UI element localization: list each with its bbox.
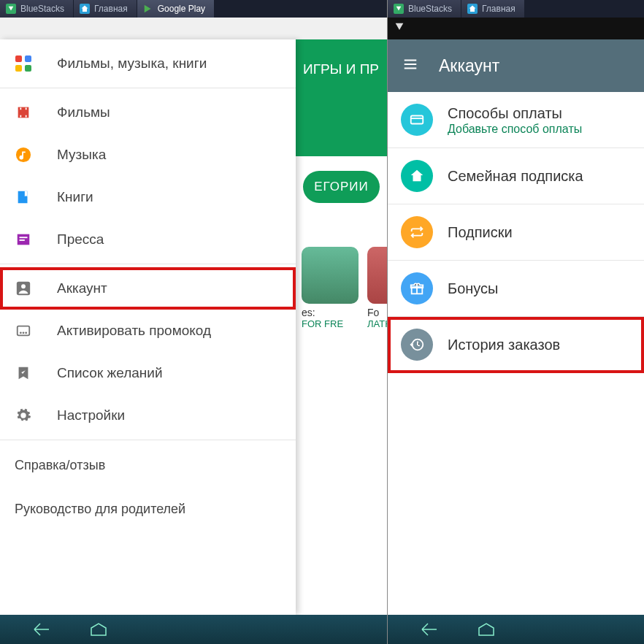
drawer-label: Активировать промокод (57, 323, 211, 339)
news-icon (15, 231, 32, 248)
screen-left: BlueStacks Главная Google Play ИГРЫ И ПР (0, 0, 387, 644)
wishlist-icon (15, 364, 32, 382)
svg-rect-2 (20, 237, 28, 238)
peek-cards: es: For Fre Fo ЛАТНО (296, 218, 387, 329)
svg-rect-6 (18, 326, 30, 336)
music-icon (15, 146, 32, 164)
account-icon (15, 280, 32, 297)
account-title: Аккаунт (439, 56, 499, 76)
books-icon (15, 188, 32, 206)
drawer-item-redeem[interactable]: Активировать промокод (0, 310, 296, 352)
repeat-icon (401, 216, 433, 248)
account-item-history[interactable]: История заказов (388, 317, 644, 373)
app-card[interactable]: es: For Fre (302, 247, 359, 329)
play-nav-drawer: Фильмы, музыка, книги Фильмы Музыка (0, 39, 296, 615)
drawer-label: Настройки (57, 407, 125, 423)
drawer-item-entertainment[interactable]: Фильмы, музыка, книги (0, 42, 296, 85)
drawer-label: Пресса (57, 231, 104, 248)
hamburger-icon[interactable] (402, 56, 418, 75)
drawer-item-books[interactable]: Книги (0, 176, 296, 218)
home-button[interactable] (88, 621, 110, 637)
bluestacks-icon (6, 4, 16, 14)
card-icon (401, 104, 433, 136)
tab-label: BlueStacks (20, 4, 64, 14)
drawer-label: Руководство для родителей (15, 502, 185, 517)
app-thumb (302, 247, 359, 304)
play-background-peek: ИГРЫ И ПР ЕГОРИИ es: For Fre Fo ЛАТНО (296, 39, 387, 615)
svg-point-9 (25, 331, 27, 334)
drawer-label: Фильмы (57, 104, 110, 120)
categories-chip[interactable]: ЕГОРИИ (303, 171, 380, 203)
drawer-item-settings[interactable]: Настройки (0, 394, 296, 437)
drawer-item-account[interactable]: Аккаунт (0, 267, 296, 310)
home-button[interactable] (475, 621, 497, 637)
svg-rect-10 (411, 116, 423, 124)
tab-bluestacks[interactable]: BlueStacks (0, 0, 74, 18)
account-header: Аккаунт (388, 39, 644, 92)
gear-icon (15, 407, 32, 424)
account-item-label: Семейная подписка (448, 167, 583, 185)
account-body: Аккаунт Способы оплаты Добавьте способ о… (388, 18, 644, 615)
gift-icon (401, 272, 433, 304)
tab-google-play[interactable]: Google Play (137, 0, 215, 18)
screen-right: BlueStacks Главная Аккаунт (387, 0, 644, 644)
drawer-label: Фильмы, музыка, книги (57, 55, 207, 72)
svg-point-7 (20, 331, 22, 334)
tab-bluestacks[interactable]: BlueStacks (388, 0, 461, 18)
tab-label: BlueStacks (408, 4, 452, 14)
bluestacks-icon (394, 4, 404, 14)
account-item-label: История заказов (448, 336, 560, 354)
tab-label: Главная (94, 4, 128, 14)
tab-bar-left: BlueStacks Главная Google Play (0, 0, 387, 18)
account-item-label: Подписки (448, 223, 513, 242)
drawer-label: Музыка (57, 147, 106, 163)
redeem-icon (15, 322, 32, 340)
app-strip-right (388, 18, 644, 39)
drawer-label: Аккаунт (57, 280, 107, 296)
back-button[interactable] (417, 621, 439, 637)
drawer-label: Список желаний (57, 365, 163, 381)
left-body: ИГРЫ И ПР ЕГОРИИ es: For Fre Fo ЛАТНО (0, 18, 387, 615)
android-navbar-right (388, 615, 644, 644)
drawer-item-music[interactable]: Музыка (0, 134, 296, 176)
drawer-item-movies[interactable]: Фильмы (0, 91, 296, 134)
drawer-item-parent-guide[interactable]: Руководство для родителей (0, 487, 296, 531)
svg-point-8 (23, 331, 25, 334)
history-icon (401, 329, 433, 361)
play-store-icon (143, 4, 153, 14)
drawer-item-wishlist[interactable]: Список желаний (0, 352, 296, 394)
drawer-label: Книги (57, 189, 93, 205)
drawer-item-news[interactable]: Пресса (0, 218, 296, 261)
bluestacks-handle-icon[interactable] (394, 21, 405, 36)
drawer-item-help[interactable]: Справка/отзыв (0, 443, 296, 487)
tab-home[interactable]: Главная (461, 0, 525, 18)
account-item-family[interactable]: Семейная подписка (388, 148, 644, 204)
svg-rect-3 (20, 239, 25, 241)
account-item-label: Бонусы (448, 280, 498, 298)
drawer-label: Справка/отзыв (15, 458, 105, 473)
tab-label: Google Play (158, 4, 205, 14)
family-icon (401, 160, 433, 192)
account-list: Способы оплаты Добавьте способ оплаты Се… (388, 92, 644, 373)
tab-label: Главная (482, 4, 515, 14)
back-button[interactable] (29, 621, 51, 637)
entertainment-icon (15, 55, 32, 72)
svg-point-5 (21, 284, 26, 288)
account-item-payment[interactable]: Способы оплаты Добавьте способ оплаты (388, 92, 644, 148)
movies-icon (15, 104, 32, 121)
account-item-sub: Добавьте способ оплаты (448, 123, 582, 136)
home-icon (467, 4, 478, 14)
account-item-rewards[interactable]: Бонусы (388, 261, 644, 317)
peek-header: ИГРЫ И ПР (296, 39, 387, 156)
tab-bar-right: BlueStacks Главная (388, 0, 644, 18)
account-item-label: Способы оплаты (448, 104, 582, 123)
account-item-subs[interactable]: Подписки (388, 204, 644, 261)
android-navbar-left (0, 615, 387, 644)
tab-home[interactable]: Главная (74, 0, 137, 18)
home-icon (80, 4, 90, 14)
